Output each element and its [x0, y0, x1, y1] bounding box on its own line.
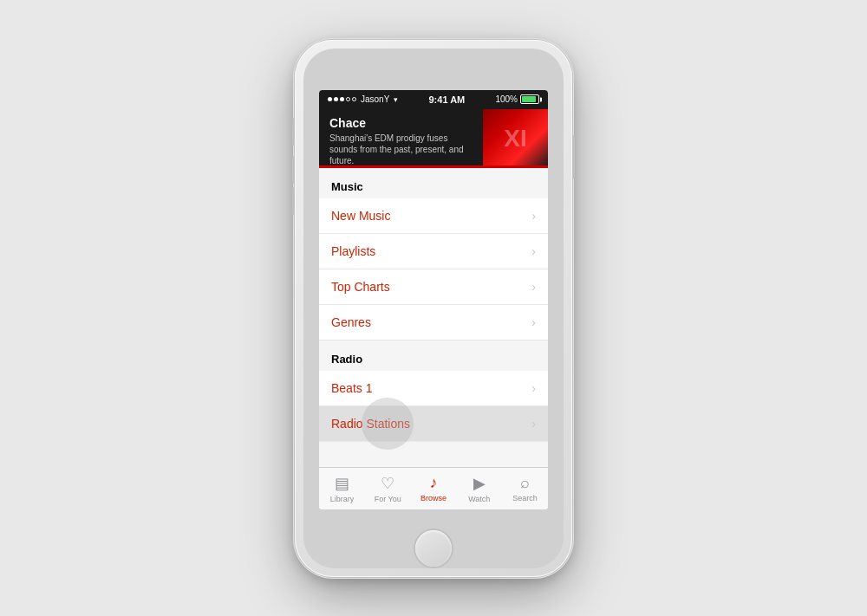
library-icon: ▤ — [335, 474, 349, 493]
radio-stations-label: Radio Stations — [331, 417, 410, 431]
status-bar: JasonY ▾ 9:41 AM 100% — [319, 90, 548, 109]
genres-label: Genres — [331, 315, 371, 329]
music-section-header: Music — [319, 168, 548, 198]
battery-icon — [520, 94, 539, 104]
tab-search[interactable]: ⌕ Search — [502, 468, 548, 509]
for-you-icon: ♡ — [381, 474, 394, 493]
tab-watch[interactable]: ▶ Watch — [456, 468, 502, 509]
radio-section-header: Radio — [319, 340, 548, 371]
beats1-chevron: › — [531, 381, 536, 395]
battery-fill — [522, 96, 536, 102]
banner-title: Chace — [329, 116, 538, 130]
playlists-label: Playlists — [331, 244, 375, 258]
radio-stations-chevron: › — [531, 417, 536, 431]
banner-subtitle: Shanghai's EDM prodigy fuses sounds from… — [329, 133, 464, 166]
top-charts-chevron: › — [531, 280, 536, 294]
signal-dot-3 — [340, 97, 344, 101]
signal-dot-1 — [328, 97, 332, 101]
status-right: 100% — [495, 94, 539, 104]
screen: JasonY ▾ 9:41 AM 100% Chace Shanghai's E… — [319, 90, 548, 509]
status-time: 9:41 AM — [429, 94, 466, 105]
banner[interactable]: Chace Shanghai's EDM prodigy fuses sound… — [319, 109, 548, 168]
signal-dots — [328, 97, 356, 101]
top-charts-item[interactable]: Top Charts › — [319, 269, 548, 305]
genres-chevron: › — [531, 315, 536, 329]
banner-content: Chace Shanghai's EDM prodigy fuses sound… — [319, 109, 548, 168]
radio-stations-item[interactable]: Radio Stations › — [319, 406, 548, 442]
signal-dot-2 — [334, 97, 338, 101]
status-left: JasonY ▾ — [328, 94, 398, 104]
beats1-item[interactable]: Beats 1 › — [319, 371, 548, 406]
top-charts-label: Top Charts — [331, 280, 390, 294]
new-music-item[interactable]: New Music › — [319, 198, 548, 234]
search-label: Search — [512, 494, 538, 503]
signal-dot-4 — [346, 97, 350, 101]
beats1-label: Beats 1 — [331, 381, 372, 395]
phone-inner: JasonY ▾ 9:41 AM 100% Chace Shanghai's E… — [303, 49, 564, 568]
watch-label: Watch — [468, 495, 490, 503]
genres-item[interactable]: Genres › — [319, 305, 548, 340]
tab-for-you[interactable]: ♡ For You — [365, 468, 411, 509]
tab-browse[interactable]: ♪ Browse — [411, 468, 457, 509]
carrier-name: JasonY — [361, 94, 389, 104]
tab-bar: ▤ Library ♡ For You ♪ Browse ▶ Watch ⌕ — [319, 467, 548, 509]
new-music-label: New Music — [331, 209, 390, 223]
search-icon: ⌕ — [520, 474, 530, 492]
for-you-label: For You — [375, 495, 401, 503]
list-content: Music New Music › Playlists › Top Charts… — [319, 168, 548, 467]
watch-icon: ▶ — [473, 474, 486, 493]
home-button[interactable] — [415, 530, 452, 567]
playlists-item[interactable]: Playlists › — [319, 234, 548, 269]
tab-library[interactable]: ▤ Library — [319, 468, 365, 509]
playlists-chevron: › — [531, 244, 536, 258]
wifi-icon: ▾ — [394, 95, 398, 104]
battery-percent: 100% — [495, 94, 518, 104]
library-label: Library — [330, 495, 355, 503]
new-music-chevron: › — [531, 209, 536, 223]
browse-icon: ♪ — [429, 474, 437, 492]
phone-device: JasonY ▾ 9:41 AM 100% Chace Shanghai's E… — [295, 40, 572, 577]
signal-dot-5 — [352, 97, 356, 101]
browse-label: Browse — [420, 494, 447, 503]
